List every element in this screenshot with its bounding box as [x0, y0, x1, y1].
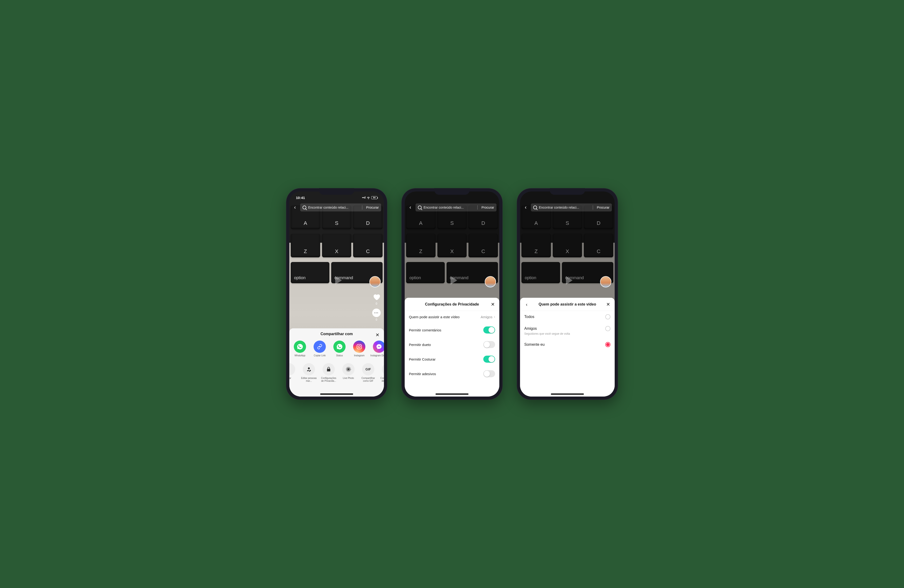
- search-button-text[interactable]: Procurar: [366, 206, 379, 209]
- share-label: WhatsApp: [294, 354, 305, 360]
- phone-frame-1: ASD ZXC optioncommand 10:41 ••ıl 84 ‹ En…: [286, 188, 387, 400]
- livephoto-icon: [342, 363, 354, 375]
- home-indicator[interactable]: [436, 394, 468, 395]
- option-everyone[interactable]: Todos: [520, 311, 615, 323]
- share-sheet: Compartilhar com ✕ WhatsApp Copiar Link …: [289, 328, 384, 397]
- share-copy-link[interactable]: Copiar Link: [311, 341, 329, 360]
- chevron-right-icon: ›: [494, 315, 495, 319]
- action-share-gif[interactable]: GIF Compartilhar como GIF: [359, 363, 377, 382]
- share-instagram-direct[interactable]: Instagram Direct: [370, 341, 384, 360]
- action-ad-settings[interactable]: Configurações de anúncios: [379, 363, 384, 382]
- close-icon[interactable]: ✕: [490, 301, 496, 307]
- screen-3: ASD ZXC optioncommand ‹ Encontrar conteú…: [520, 191, 615, 397]
- search-bar[interactable]: Encontrar conteúdo relaci... Procurar: [416, 203, 496, 211]
- link-icon: [314, 341, 326, 353]
- home-indicator[interactable]: [551, 394, 584, 395]
- comment-count: 0: [376, 318, 378, 321]
- row-value: Amigos›: [481, 315, 495, 319]
- row-label: Permitir adesivos: [409, 372, 436, 376]
- play-icon[interactable]: [335, 276, 342, 285]
- svg-point-2: [360, 345, 361, 345]
- close-icon[interactable]: ✕: [605, 301, 611, 307]
- share-status[interactable]: Status: [331, 341, 348, 360]
- status-time: 10:41: [296, 196, 305, 200]
- option-subtitle: Seguidores que você segue de volta: [524, 332, 610, 336]
- profile-avatar[interactable]: [600, 276, 612, 287]
- action-live-photo[interactable]: Live Photo: [340, 363, 357, 382]
- row-label: Permitir Costurar: [409, 357, 436, 361]
- row-allow-duet: Permitir dueto: [405, 337, 499, 352]
- action-label: Configurações de anúncios: [379, 377, 384, 382]
- search-bar[interactable]: Encontrar conteúdo relaci... Procurar: [531, 203, 612, 211]
- back-button[interactable]: ‹: [408, 204, 413, 211]
- profile-avatar[interactable]: [485, 276, 496, 287]
- screen-2: ASD ZXC optioncommand ‹ Encontrar conteú…: [405, 191, 499, 397]
- action-privacy-settings[interactable]: Configurações de Privacida...: [320, 363, 337, 382]
- play-icon[interactable]: [450, 276, 457, 285]
- option-label: Todos: [524, 315, 534, 319]
- search-button-text[interactable]: Procurar: [481, 206, 494, 209]
- phone-frame-2: ASD ZXC optioncommand ‹ Encontrar conteú…: [401, 188, 503, 400]
- toggle-stickers[interactable]: [483, 370, 495, 377]
- like-icon[interactable]: [372, 293, 381, 301]
- option-friends[interactable]: Amigos Seguidores que você segue de volt…: [520, 323, 615, 339]
- audience-sheet: ‹ Quem pode assistir a este vídeo ✕ Todo…: [520, 298, 615, 397]
- profile-avatar[interactable]: [369, 276, 381, 287]
- close-icon[interactable]: ✕: [375, 332, 380, 338]
- share-targets-row[interactable]: WhatsApp Copiar Link Status Instagram In…: [289, 340, 384, 362]
- toggle-comments[interactable]: [483, 326, 495, 334]
- search-placeholder: Encontrar conteúdo relaci...: [308, 206, 358, 209]
- row-label: Quem pode assistir a este vídeo: [409, 315, 460, 319]
- row-audience[interactable]: Quem pode assistir a este vídeo Amigos›: [405, 311, 499, 323]
- search-placeholder: Encontrar conteúdo relaci...: [539, 206, 589, 209]
- screen-1: ASD ZXC optioncommand 10:41 ••ıl 84 ‹ En…: [289, 191, 384, 397]
- back-button[interactable]: ‹: [292, 204, 298, 211]
- ad-settings-icon: [382, 363, 384, 375]
- option-label: Somente eu: [524, 342, 545, 347]
- row-allow-stitch: Permitir Costurar: [405, 352, 499, 366]
- svg-point-3: [348, 369, 349, 370]
- play-icon[interactable]: [566, 276, 572, 285]
- like-count: 0: [376, 302, 378, 305]
- option-only-me[interactable]: Somente eu: [520, 339, 615, 350]
- key: X: [322, 234, 351, 257]
- whatsapp-icon: [294, 341, 306, 353]
- back-button[interactable]: ‹: [523, 204, 528, 211]
- toggle-stitch[interactable]: [483, 356, 495, 363]
- notch: [435, 188, 469, 195]
- search-bar[interactable]: Encontrar conteúdo relaci... Procurar: [300, 203, 381, 211]
- svg-point-1: [358, 346, 360, 348]
- top-bar: ‹ Encontrar conteúdo relaci... Procurar: [289, 202, 384, 213]
- comment-icon[interactable]: •••: [372, 309, 381, 317]
- share-label: Status: [336, 354, 343, 360]
- top-bar: ‹ Encontrar conteúdo relaci... Procurar: [520, 202, 615, 213]
- action-label: Compartilhar como GIF: [359, 377, 377, 382]
- share-instagram[interactable]: Instagram: [351, 341, 368, 360]
- share-label: Instagram Direct: [370, 354, 384, 360]
- lock-icon: [322, 363, 335, 375]
- row-allow-comments: Permitir comentários: [405, 323, 499, 337]
- action-icon: [289, 363, 295, 375]
- home-indicator[interactable]: [320, 394, 353, 395]
- radio-icon[interactable]: [605, 342, 610, 347]
- privacy-settings-sheet: Configurações de Privacidade ✕ Quem pode…: [405, 298, 499, 397]
- sheet-back-button[interactable]: ‹: [524, 301, 529, 307]
- share-actions-row[interactable]: urar Editar pessoas mar... Configurações…: [289, 362, 384, 385]
- share-whatsapp[interactable]: WhatsApp: [291, 341, 309, 360]
- action-partial[interactable]: urar: [289, 363, 298, 382]
- engagement-rail: 0 ••• 0: [372, 293, 381, 321]
- radio-icon[interactable]: [605, 326, 610, 331]
- battery-icon: 84: [371, 196, 378, 199]
- status-right: ••ıl 84: [362, 196, 378, 199]
- key: C: [353, 234, 382, 257]
- toggle-duet[interactable]: [483, 341, 495, 348]
- search-button-text[interactable]: Procurar: [597, 206, 610, 209]
- key: Z: [291, 234, 320, 257]
- share-label: Instagram: [354, 354, 364, 360]
- action-label: Configurações de Privacida...: [320, 377, 337, 382]
- notch: [319, 188, 354, 195]
- action-edit-tagged[interactable]: Editar pessoas mar...: [300, 363, 318, 382]
- signal-icon: ••ıl: [362, 196, 366, 199]
- whatsapp-status-icon: [333, 341, 346, 353]
- radio-icon[interactable]: [605, 314, 610, 319]
